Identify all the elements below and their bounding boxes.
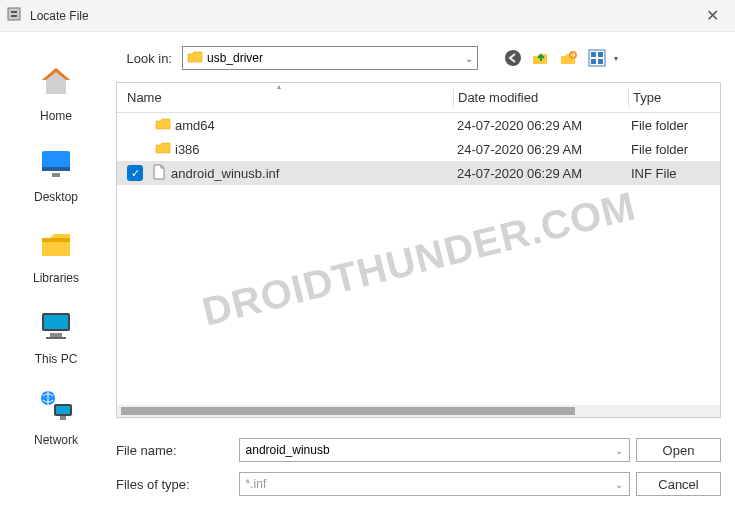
column-header-type[interactable]: Type: [629, 90, 720, 105]
sidebar-label-home: Home: [40, 109, 72, 123]
column-header-name[interactable]: Name: [117, 90, 453, 105]
filetype-select[interactable]: *.inf ⌄: [239, 472, 630, 496]
svg-rect-2: [11, 15, 17, 17]
chevron-down-icon: ⌄: [615, 479, 623, 490]
chevron-down-icon: ⌄: [465, 53, 473, 64]
file-name: amd64: [175, 118, 215, 133]
filename-value: android_winusb: [246, 443, 330, 457]
desktop-icon: [36, 143, 76, 186]
open-button[interactable]: Open: [636, 438, 721, 462]
file-type: File folder: [627, 142, 720, 157]
svg-rect-5: [52, 173, 60, 177]
svg-rect-0: [8, 8, 20, 20]
svg-rect-14: [60, 416, 66, 420]
sidebar-item-libraries[interactable]: Libraries: [16, 224, 96, 285]
network-icon: [36, 386, 76, 429]
svg-rect-20: [591, 59, 596, 64]
svg-point-15: [505, 50, 521, 66]
file-row[interactable]: amd64 24-07-2020 06:29 AM File folder: [117, 113, 720, 137]
svg-rect-13: [56, 406, 70, 414]
svg-rect-19: [598, 52, 603, 57]
lookin-label: Look in:: [112, 51, 172, 66]
file-list: ▴ Name Date modified Type amd64 24-07: [116, 82, 721, 418]
sort-indicator-icon: ▴: [277, 82, 281, 91]
sidebar-label-desktop: Desktop: [34, 190, 78, 204]
file-list-header: ▴ Name Date modified Type: [117, 83, 720, 113]
sidebar-label-libraries: Libraries: [33, 271, 79, 285]
window-title: Locate File: [30, 9, 89, 23]
file-row[interactable]: i386 24-07-2020 06:29 AM File folder: [117, 137, 720, 161]
file-date: 24-07-2020 06:29 AM: [453, 142, 627, 157]
svg-rect-10: [46, 337, 66, 339]
chevron-down-icon: ⌄: [615, 445, 623, 456]
svg-rect-1: [11, 11, 17, 13]
file-list-body: amd64 24-07-2020 06:29 AM File folder i3…: [117, 113, 720, 405]
sidebar-item-desktop[interactable]: Desktop: [16, 143, 96, 204]
sidebar-item-home[interactable]: Home: [16, 62, 96, 123]
file-date: 24-07-2020 06:29 AM: [453, 118, 627, 133]
cancel-button[interactable]: Cancel: [636, 472, 721, 496]
folder-icon: [187, 49, 207, 68]
file-icon: [151, 164, 167, 183]
filetype-value: *.inf: [246, 477, 267, 491]
svg-rect-4: [42, 167, 70, 171]
sidebar-item-thispc[interactable]: This PC: [16, 305, 96, 366]
watermark: DROIDTHUNDER.COM: [197, 183, 640, 334]
file-name: i386: [175, 142, 200, 157]
file-date: 24-07-2020 06:29 AM: [453, 166, 627, 181]
filename-input[interactable]: android_winusb ⌄: [239, 438, 630, 462]
horizontal-scrollbar[interactable]: [117, 405, 720, 417]
file-type: INF File: [627, 166, 720, 181]
filename-label: File name:: [116, 443, 233, 458]
home-icon: [36, 62, 76, 105]
libraries-icon: [36, 224, 76, 267]
thispc-icon: [36, 305, 76, 348]
row-checkbox[interactable]: ✓: [127, 165, 143, 181]
lookin-value: usb_driver: [207, 51, 263, 65]
titlebar: Locate File ✕: [0, 0, 735, 32]
lookin-row: Look in: usb_driver ⌄: [112, 32, 721, 82]
sidebar-label-network: Network: [34, 433, 78, 447]
svg-rect-18: [591, 52, 596, 57]
file-name: android_winusb.inf: [171, 166, 279, 181]
scrollbar-thumb[interactable]: [121, 407, 575, 415]
view-menu-dropdown[interactable]: ▾: [614, 47, 624, 69]
folder-icon: [155, 140, 171, 159]
svg-rect-21: [598, 59, 603, 64]
svg-rect-9: [50, 333, 62, 337]
close-button[interactable]: ✕: [696, 2, 729, 29]
up-one-level-button[interactable]: [530, 47, 552, 69]
app-icon: [6, 6, 22, 25]
view-menu-button[interactable]: [586, 47, 608, 69]
filetype-label: Files of type:: [116, 477, 233, 492]
sidebar-label-thispc: This PC: [35, 352, 78, 366]
sidebar-item-network[interactable]: Network: [16, 386, 96, 447]
file-type: File folder: [627, 118, 720, 133]
folder-icon: [155, 116, 171, 135]
column-header-date[interactable]: Date modified: [454, 90, 628, 105]
svg-rect-8: [44, 315, 68, 329]
svg-rect-6: [42, 238, 70, 242]
file-row[interactable]: ✓ android_winusb.inf 24-07-2020 06:29 AM…: [117, 161, 720, 185]
places-sidebar: Home Desktop Libraries This PC Network: [0, 32, 112, 430]
back-button[interactable]: [502, 47, 524, 69]
lookin-select[interactable]: usb_driver ⌄: [182, 46, 478, 70]
new-folder-button[interactable]: [558, 47, 580, 69]
